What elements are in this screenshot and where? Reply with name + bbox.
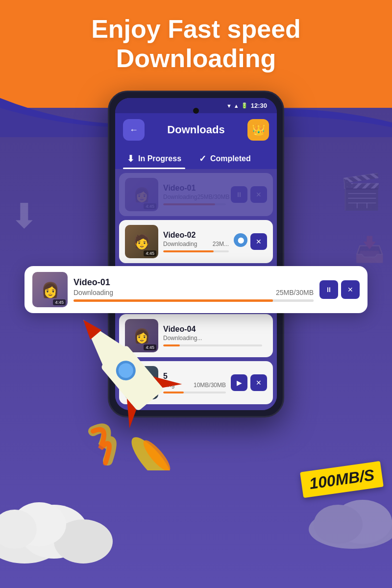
video-thumbnail: 👩 4:45 (125, 178, 158, 211)
list-item: 🎬 4:45 5 ...ng 10MB/30MB (119, 361, 273, 404)
play-button[interactable]: ▶ (231, 374, 247, 391)
side-icon-right: 🎬 (340, 172, 382, 212)
tab-bar: ⬇ In Progress ✓ Completed (115, 147, 277, 169)
tab-in-progress[interactable]: ⬇ In Progress (123, 147, 185, 169)
video-thumbnail: 👩 4:45 (125, 319, 158, 352)
camera-notch (193, 108, 199, 114)
check-circle-icon: ✓ (199, 153, 206, 164)
phone-screen: ▼ ▲ 🔋 12:30 ← Downloads 👑 ⬇ (115, 98, 277, 410)
download-size: 10MB/30MB (194, 382, 226, 389)
featured-item-info: Video-01 Downloading 25MB/30MB (74, 277, 314, 302)
crown-icon: 👑 (252, 123, 265, 136)
status-row: ...ng 10MB/30MB (163, 382, 226, 389)
back-button[interactable]: ← (123, 119, 145, 141)
signal-icon: ▲ (234, 103, 239, 109)
featured-thumbnail: 👩 4:45 (32, 272, 68, 307)
item-controls: ▶ ✕ (231, 374, 267, 391)
status-row: Downloading 23M... (163, 241, 229, 247)
back-icon: ← (129, 125, 138, 135)
item-info: Video-04 Downloading... (163, 325, 262, 346)
cloud-left (0, 485, 113, 564)
status-bar: ▼ ▲ 🔋 12:30 (115, 98, 277, 113)
featured-progress-bar (74, 299, 314, 302)
featured-pause-button[interactable]: ⏸ (319, 280, 338, 299)
list-item: 👩 4:45 Video-04 Downloading... (119, 314, 273, 357)
tab-in-progress-label: In Progress (138, 154, 181, 163)
toolbar-title: Downloads (167, 123, 224, 136)
item-controls: ⏸ ✕ (231, 186, 267, 203)
item-info: Video-01 Downloading 25MB/30MB (163, 184, 226, 205)
progress-fill (163, 344, 180, 346)
wifi-icon: ▼ (226, 103, 232, 109)
featured-status-row: Downloading 25MB/30MB (74, 289, 314, 296)
battery-icon: 🔋 (241, 102, 248, 109)
progress-fill (163, 203, 215, 205)
cancel-button[interactable]: ✕ (250, 233, 267, 250)
progress-bar (163, 344, 262, 346)
progress-bar (163, 250, 229, 252)
item-controls: ⬤ ✕ (234, 233, 267, 250)
tab-completed-label: Completed (210, 154, 251, 163)
status-icons: ▼ ▲ 🔋 (226, 102, 248, 109)
video-duration: 4:45 (144, 344, 156, 350)
featured-status: Downloading (74, 289, 113, 296)
side-icon-left: ⬇ (10, 196, 39, 236)
side-icon-right2: 📥 (354, 235, 385, 264)
list-item: 🧑 4:45 Video-02 Downloading 23M... (119, 220, 273, 263)
progress-fill (163, 250, 214, 252)
featured-controls: ⏸ ✕ (319, 280, 360, 299)
video-title: Video-04 (163, 325, 262, 334)
header-title: Enjoy Fast speed Downloading (0, 15, 392, 74)
featured-cancel-button[interactable]: ✕ (341, 280, 360, 299)
featured-progress-fill (74, 299, 273, 302)
header-section: Enjoy Fast speed Downloading (0, 15, 392, 74)
download-icon: ⬇ (127, 153, 134, 164)
video-title: Video-01 (163, 184, 226, 193)
phone-frame: ▼ ▲ 🔋 12:30 ← Downloads 👑 ⬇ (108, 91, 284, 417)
list-item: 👩 4:45 Video-01 Downloading 25MB/30MB (119, 173, 273, 216)
pause-button[interactable]: ⏸ (231, 186, 247, 203)
cloud-right (309, 490, 392, 549)
featured-duration: 4:45 (53, 299, 66, 305)
status-row: Downloading... (163, 335, 262, 342)
item-info: Video-02 Downloading 23M... (163, 231, 229, 252)
featured-size: 25MB/30MB (276, 289, 314, 296)
featured-title: Video-01 (74, 277, 314, 288)
speed-text: 100MB/S (308, 466, 375, 492)
premium-button[interactable]: 👑 (247, 119, 269, 141)
video-thumbnail: 🎬 4:45 (125, 366, 158, 399)
video-duration: 4:45 (144, 250, 156, 256)
video-duration: 4:45 (144, 203, 156, 209)
pause-button[interactable]: ⬤ (234, 233, 247, 247)
phone-mockup: ▼ ▲ 🔋 12:30 ← Downloads 👑 ⬇ (108, 91, 284, 417)
svg-point-16 (314, 505, 363, 544)
progress-bar (163, 203, 226, 205)
download-status: Downloading (163, 194, 197, 200)
video-title: Video-02 (163, 231, 229, 240)
app-toolbar: ← Downloads 👑 (115, 113, 277, 147)
status-time: 12:30 (251, 102, 267, 109)
tab-completed[interactable]: ✓ Completed (195, 147, 255, 169)
item-info: 5 ...ng 10MB/30MB (163, 372, 226, 393)
download-size: 25MB/30MB (197, 194, 229, 200)
download-status: ...ng (163, 382, 174, 389)
status-row: Downloading 25MB/30MB (163, 194, 226, 200)
cancel-button[interactable]: ✕ (250, 374, 267, 391)
video-thumbnail: 🧑 4:45 (125, 225, 158, 258)
cancel-button[interactable]: ✕ (250, 186, 267, 203)
video-title: 5 (163, 372, 226, 381)
progress-bar (163, 392, 226, 393)
download-status: Downloading (163, 241, 197, 247)
video-duration: 4:45 (144, 392, 156, 397)
download-size: 23M... (213, 241, 229, 247)
featured-download-card: 👩 4:45 Video-01 Downloading 25MB/30MB ⏸ … (24, 266, 368, 313)
progress-fill (163, 392, 184, 393)
download-status: Downloading... (163, 335, 202, 342)
